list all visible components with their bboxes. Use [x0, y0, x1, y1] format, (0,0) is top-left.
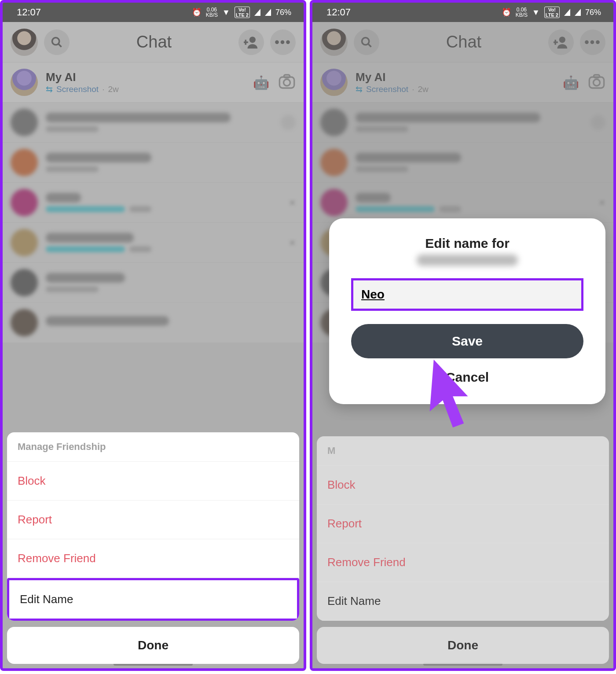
chat-subtitle: ⇆ Screenshot·2w — [356, 84, 555, 94]
add-friend-icon — [244, 36, 259, 49]
robot-icon: 🤖 — [563, 75, 579, 90]
chat-row[interactable]: × — [3, 223, 304, 263]
chat-row[interactable] — [3, 103, 304, 143]
chat-name: My AI — [46, 70, 245, 84]
page-title: Chat — [385, 33, 542, 52]
chat-row[interactable] — [312, 143, 613, 183]
signal-2-icon — [575, 9, 581, 16]
manage-friendship-sheet: M Block Report Remove Friend Edit Name D… — [317, 436, 609, 664]
dialog-username-blurred — [417, 254, 518, 266]
signal-1-icon — [564, 9, 570, 16]
chat-row[interactable]: × — [3, 183, 304, 223]
svg-point-14 — [594, 79, 600, 86]
search-button[interactable] — [44, 29, 70, 55]
status-time: 12:07 — [326, 7, 351, 18]
chat-row[interactable] — [3, 143, 304, 183]
chat-row[interactable]: × — [312, 183, 613, 223]
svg-point-0 — [52, 37, 59, 44]
wifi-icon: ▼ — [222, 8, 230, 17]
sheet-title: Manage Friendship — [7, 432, 299, 462]
add-friend-button[interactable] — [238, 29, 264, 55]
status-right: ⏰ 0.06KB/S ▼ Vo!LTE 2 76% — [192, 7, 291, 18]
search-icon — [51, 36, 63, 48]
svg-line-9 — [368, 44, 371, 47]
chat-row[interactable] — [3, 303, 304, 343]
avatar-my-ai — [11, 69, 38, 96]
camera-icon[interactable] — [588, 73, 605, 92]
chat-row[interactable] — [312, 103, 613, 143]
chat-row-my-ai[interactable]: My AI ⇆ Screenshot·2w 🤖 — [312, 63, 613, 103]
robot-icon: 🤖 — [253, 75, 269, 90]
edit-name-button[interactable]: Edit Name — [7, 578, 299, 621]
sheet-title: M — [317, 436, 609, 466]
chat-row[interactable] — [3, 263, 304, 303]
block-button[interactable]: Block — [7, 462, 299, 501]
signal-1-icon — [254, 9, 260, 16]
data-rate: 0.06KB/S — [206, 7, 218, 18]
report-button[interactable]: Report — [317, 505, 609, 543]
ellipsis-icon: ••• — [584, 35, 601, 50]
screenshot-icon: ⇆ — [356, 84, 363, 94]
signal-2-icon — [265, 9, 271, 16]
battery-pct: 76% — [585, 8, 601, 17]
lte-badge: Vo!LTE 2 — [235, 7, 250, 18]
status-right: ⏰ 0.06KB/S ▼ Vo!LTE 2 76% — [502, 7, 601, 18]
add-friend-button[interactable] — [548, 29, 574, 55]
more-button[interactable]: ••• — [580, 29, 605, 55]
svg-line-1 — [59, 44, 62, 47]
report-button[interactable]: Report — [7, 501, 299, 539]
svg-point-2 — [249, 37, 256, 43]
chat-list: My AI ⇆ Screenshot · 2w 🤖 × × — [3, 63, 304, 343]
svg-point-10 — [559, 37, 565, 43]
status-time: 12:07 — [17, 7, 41, 18]
status-bar: 12:07 ⏰ 0.06KB/S ▼ Vo!LTE 2 76% — [312, 3, 613, 22]
block-button[interactable]: Block — [317, 466, 609, 505]
search-icon — [360, 36, 373, 48]
data-rate: 0.06KB/S — [516, 7, 528, 18]
remove-friend-button[interactable]: Remove Friend — [7, 539, 299, 578]
svg-point-8 — [362, 37, 369, 44]
status-bar: 12:07 ⏰ 0.06KB/S ▼ Vo!LTE 2 76% — [3, 3, 304, 22]
done-button[interactable]: Done — [317, 627, 609, 664]
battery-pct: 76% — [275, 8, 291, 17]
svg-point-6 — [284, 79, 290, 86]
page-title: Chat — [76, 33, 232, 52]
name-input[interactable]: Neo — [351, 278, 583, 311]
done-button[interactable]: Done — [7, 627, 299, 664]
more-button[interactable]: ••• — [270, 29, 296, 55]
chat-header: Chat ••• — [312, 22, 613, 63]
wifi-icon: ▼ — [532, 8, 540, 17]
search-button[interactable] — [354, 29, 379, 55]
screenshot-icon: ⇆ — [46, 84, 53, 94]
remove-friend-button[interactable]: Remove Friend — [317, 543, 609, 582]
camera-icon[interactable] — [278, 73, 296, 92]
chat-subtitle: ⇆ Screenshot · 2w — [46, 84, 245, 94]
manage-friendship-sheet: Manage Friendship Block Report Remove Fr… — [7, 432, 299, 664]
chat-row-my-ai[interactable]: My AI ⇆ Screenshot · 2w 🤖 — [3, 63, 304, 103]
ellipsis-icon: ••• — [275, 35, 291, 50]
profile-avatar[interactable] — [320, 29, 348, 56]
alarm-icon: ⏰ — [192, 7, 202, 17]
alarm-icon: ⏰ — [502, 7, 511, 17]
chat-header: Chat ••• — [3, 22, 304, 63]
profile-avatar[interactable] — [11, 29, 38, 56]
edit-name-button[interactable]: Edit Name — [317, 582, 609, 621]
lte-badge: Vo!LTE 2 — [544, 7, 560, 18]
chat-name: My AI — [356, 70, 555, 84]
cursor-arrow-icon — [422, 357, 475, 427]
dialog-title: Edit name for — [351, 236, 583, 251]
add-friend-icon — [554, 36, 568, 49]
save-button[interactable]: Save — [351, 324, 583, 358]
phone-left: 12:07 ⏰ 0.06KB/S ▼ Vo!LTE 2 76% Chat •••… — [0, 0, 306, 671]
phone-right: 12:07 ⏰ 0.06KB/S ▼ Vo!LTE 2 76% Chat •••… — [310, 0, 616, 671]
avatar-my-ai — [320, 69, 348, 96]
